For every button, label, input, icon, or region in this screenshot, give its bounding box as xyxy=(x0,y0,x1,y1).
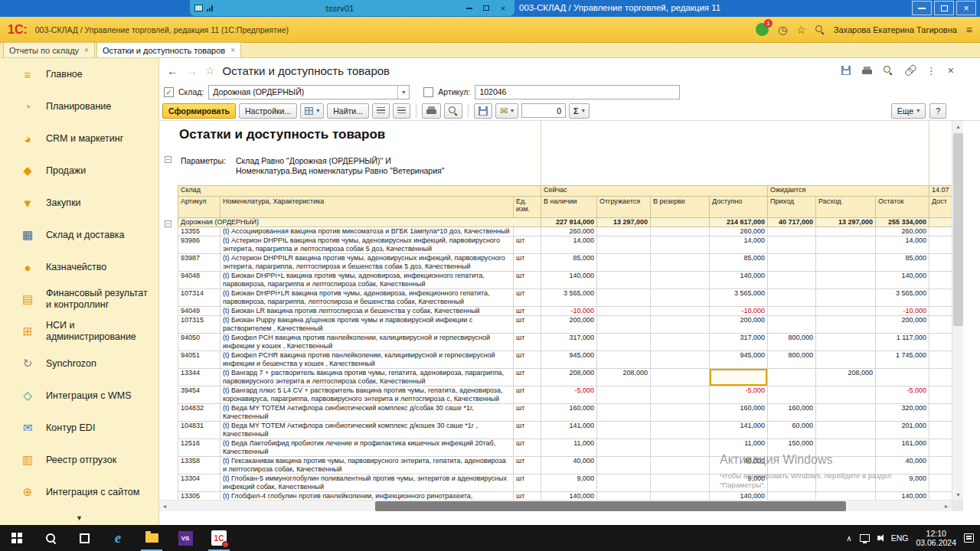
tab-close-icon[interactable]: × xyxy=(230,46,235,54)
nomenclature-cell[interactable]: (t) Биофел PCH вакцина против панлейкопе… xyxy=(220,334,514,351)
value-cell[interactable] xyxy=(929,492,952,500)
article-cell[interactable]: 104832 xyxy=(178,404,220,422)
nomenclature-cell[interactable]: (t) Биокан DHPPi+L вакцина против чумы, … xyxy=(220,272,514,289)
value-cell[interactable] xyxy=(597,316,651,334)
value-cell[interactable] xyxy=(768,369,816,386)
value-cell[interactable] xyxy=(768,236,816,254)
unit-cell[interactable]: шт xyxy=(514,439,541,457)
group-total-cell[interactable]: 214 617,000 xyxy=(710,218,768,227)
unit-cell[interactable]: шт xyxy=(514,272,541,289)
collapse-params-icon[interactable]: − xyxy=(165,156,172,163)
value-cell[interactable] xyxy=(768,492,816,500)
vertical-scroll-thumb[interactable] xyxy=(953,133,963,326)
nomenclature-cell[interactable]: (t) Веда Лактобифид пробиотик лечение и … xyxy=(220,439,514,457)
value-cell[interactable] xyxy=(816,404,876,422)
history-icon[interactable]: ◷ xyxy=(778,24,787,35)
value-cell[interactable] xyxy=(597,404,651,422)
value-cell[interactable] xyxy=(816,474,876,492)
article-cell[interactable]: 93987 xyxy=(178,254,220,272)
value-cell[interactable] xyxy=(768,316,816,334)
window-restore-button[interactable] xyxy=(934,1,954,15)
sidebar-item[interactable]: ⊞НСИ и администрирование xyxy=(0,315,158,347)
value-cell[interactable]: 40,000 xyxy=(541,457,597,474)
article-cell[interactable]: 94048 xyxy=(178,272,220,289)
value-cell[interactable] xyxy=(597,272,651,289)
article-cell[interactable]: 93986 xyxy=(178,236,220,254)
value-cell[interactable]: 945,000 xyxy=(541,351,597,369)
value-cell[interactable]: 40,000 xyxy=(710,457,768,474)
value-cell[interactable]: 140,000 xyxy=(710,492,768,500)
column-header[interactable]: Артикул xyxy=(178,197,220,218)
value-cell[interactable]: 150,000 xyxy=(768,439,816,457)
unit-cell[interactable]: шт xyxy=(514,289,541,307)
value-cell[interactable]: 161,000 xyxy=(876,439,929,457)
value-cell[interactable]: 260,000 xyxy=(876,227,929,236)
warehouse-group-row[interactable]: Дорожная (ОРДЕРНЫЙ)227 914,00013 297,000… xyxy=(178,218,952,227)
scroll-down-icon[interactable]: ▾ xyxy=(952,489,964,500)
value-cell[interactable]: 40,000 xyxy=(876,457,929,474)
sidebar-item[interactable]: ◆Продажи xyxy=(0,155,158,187)
value-cell[interactable] xyxy=(597,422,651,439)
value-cell[interactable]: 160,000 xyxy=(541,404,597,422)
unit-cell[interactable] xyxy=(514,227,541,236)
article-cell[interactable]: 94051 xyxy=(178,351,220,369)
unit-cell[interactable]: шт xyxy=(514,236,541,254)
help-button[interactable]: ? xyxy=(929,103,946,119)
scroll-up-icon[interactable]: ▴ xyxy=(952,121,964,132)
value-cell[interactable]: -10,000 xyxy=(876,307,929,316)
value-cell[interactable]: 85,000 xyxy=(541,254,597,272)
unit-cell[interactable]: шт xyxy=(514,254,541,272)
value-cell[interactable] xyxy=(816,422,876,439)
value-cell[interactable] xyxy=(768,307,816,316)
value-cell[interactable] xyxy=(597,439,651,457)
value-cell[interactable]: -10,000 xyxy=(541,307,597,316)
value-cell[interactable] xyxy=(651,334,710,351)
value-cell[interactable] xyxy=(597,457,651,474)
article-cell[interactable]: 104831 xyxy=(178,422,220,439)
value-cell[interactable]: 14,000 xyxy=(541,236,597,254)
value-cell[interactable] xyxy=(597,334,651,351)
horizontal-scrollbar[interactable]: ◂ ▸ xyxy=(159,500,952,511)
explorer-button[interactable] xyxy=(135,525,168,551)
value-cell[interactable] xyxy=(597,307,651,316)
header-group-date[interactable]: 14.07 xyxy=(929,186,952,197)
value-cell[interactable] xyxy=(651,457,710,474)
product-row[interactable]: 104831(t) Веда MY TOTEM Актифлора синбио… xyxy=(178,422,952,439)
more-button[interactable]: Еще▾ xyxy=(891,103,926,119)
article-checkbox[interactable] xyxy=(423,87,433,97)
link-icon[interactable] xyxy=(903,64,916,77)
value-cell[interactable] xyxy=(929,351,952,369)
value-cell[interactable] xyxy=(816,334,876,351)
value-cell[interactable]: 140,000 xyxy=(541,272,597,289)
value-cell[interactable] xyxy=(929,272,952,289)
rdp-restore-button[interactable] xyxy=(479,2,493,14)
nomenclature-cell[interactable]: (t) Биокан Puppy вакцина д/щенков против… xyxy=(220,316,514,334)
action-center-icon[interactable] xyxy=(964,533,974,543)
nomenclature-cell[interactable]: (t) Биокан DHPPi+LR вакцина против чумы,… xyxy=(220,289,514,307)
send-mail-button[interactable]: ✉▾ xyxy=(495,103,518,119)
unit-cell[interactable]: шт xyxy=(514,386,541,404)
forward-icon[interactable]: → xyxy=(186,64,198,77)
unit-cell[interactable]: шт xyxy=(514,369,541,386)
value-cell[interactable] xyxy=(929,404,952,422)
nomenclature-cell[interactable]: (t) Астерион DHPPIL вакцина против чумы,… xyxy=(220,236,514,254)
language-indicator[interactable]: ENG xyxy=(891,533,909,543)
value-cell[interactable]: 140,000 xyxy=(876,272,929,289)
group-total-cell[interactable]: 255 334,000 xyxy=(876,218,929,227)
taskbar-clock[interactable]: 12:10 03.06.2024 xyxy=(916,529,956,547)
scroll-right-icon[interactable]: ▸ xyxy=(941,500,952,512)
group-total-cell[interactable]: 13 297,000 xyxy=(597,218,651,227)
value-cell[interactable]: 85,000 xyxy=(710,254,768,272)
value-cell[interactable] xyxy=(816,386,876,404)
value-cell[interactable]: 9,000 xyxy=(710,474,768,492)
value-cell[interactable] xyxy=(816,351,876,369)
nomenclature-cell[interactable]: (t) Глобкан-5 иммуноглобулин поливалентн… xyxy=(220,474,514,492)
display-tray-icon[interactable] xyxy=(860,534,870,542)
nomenclature-cell[interactable]: (t) Вангард плюс 5 L4 CV + растворитель … xyxy=(220,386,514,404)
sidebar-more-icon[interactable]: ▼ xyxy=(0,514,158,522)
sidebar-item[interactable]: ◕CRM и маркетинг xyxy=(0,122,158,155)
value-cell[interactable]: 140,000 xyxy=(876,492,929,500)
1c-taskbar-button[interactable]: 1С xyxy=(202,525,236,551)
product-row[interactable]: 12516(t) Веда Лактобифид пробиотик лечен… xyxy=(178,439,952,457)
value-cell[interactable]: 800,000 xyxy=(768,351,816,369)
